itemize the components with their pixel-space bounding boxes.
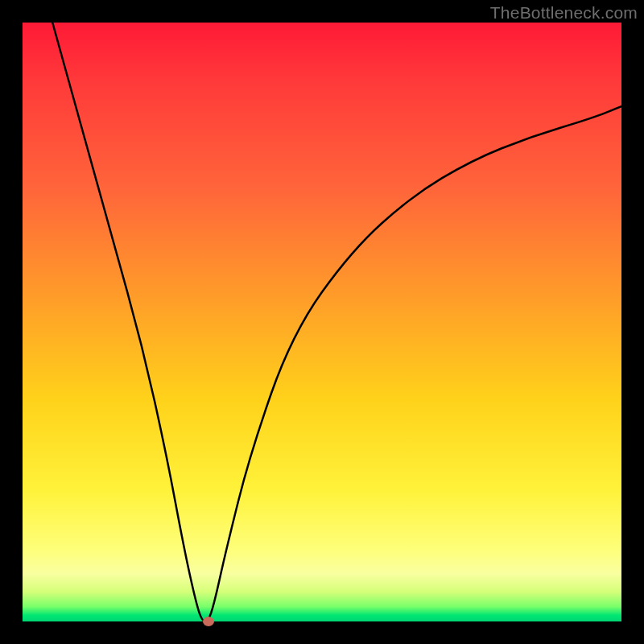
bottleneck-curve <box>52 23 621 621</box>
watermark-text: TheBottleneck.com <box>490 3 638 23</box>
plot-area <box>23 23 621 621</box>
chart-frame: TheBottleneck.com <box>0 0 644 644</box>
optimal-point-marker <box>203 617 214 626</box>
curve-svg <box>23 23 621 621</box>
